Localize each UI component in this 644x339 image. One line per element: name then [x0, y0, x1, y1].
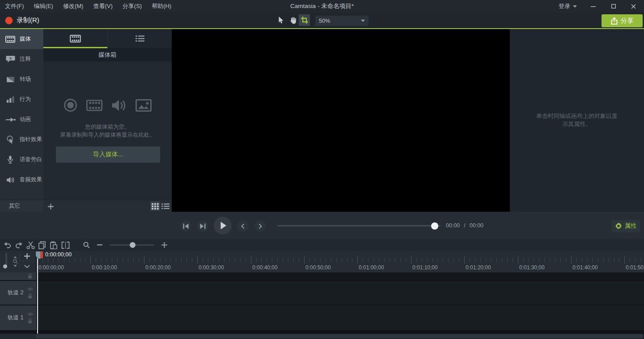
menu-share[interactable]: 分享(S): [118, 0, 147, 13]
close-button[interactable]: [626, 0, 640, 13]
playback-bar: 00:00 / 00:00 属性: [0, 212, 644, 239]
add-bin-button[interactable]: [47, 202, 55, 210]
time-display: 00:00 / 00:00: [446, 212, 483, 239]
lock-icon[interactable]: [28, 293, 32, 299]
record-icon: [64, 98, 77, 112]
timeline-scrollbar: [0, 334, 644, 339]
menu-edit[interactable]: 编辑(E): [29, 0, 58, 13]
sidebar-item-behaviors[interactable]: 行为: [0, 89, 43, 109]
sidebar-item-label: 指针效果: [20, 136, 42, 143]
ruler-label: 0:00:50;00: [305, 264, 331, 271]
media-panel-bottom-bar: [43, 200, 172, 212]
cut-button[interactable]: [25, 239, 36, 251]
lock-icon[interactable]: [28, 318, 32, 324]
close-icon: [631, 4, 636, 9]
previous-clip-button[interactable]: [237, 220, 249, 232]
sidebar-item-voice-narration[interactable]: 语音旁白: [0, 150, 43, 170]
step-back-button[interactable]: [180, 220, 191, 232]
more-label: 其它: [9, 202, 20, 210]
split-button[interactable]: [59, 239, 71, 251]
track-options-button[interactable]: [19, 261, 34, 271]
properties-button-label: 属性: [625, 222, 637, 230]
next-clip-button[interactable]: [254, 220, 266, 232]
grid-view-button[interactable]: [150, 201, 160, 211]
sidebar-item-cursor-effects[interactable]: 指针效果: [0, 130, 43, 150]
track-height-handle[interactable]: [3, 264, 7, 268]
undo-button[interactable]: [1, 239, 13, 251]
time-separator: /: [464, 222, 465, 229]
tab-media-bin[interactable]: [43, 29, 107, 48]
eye-icon[interactable]: [27, 312, 33, 316]
login-button[interactable]: 登录: [559, 0, 577, 13]
properties-button[interactable]: 属性: [611, 220, 640, 232]
copy-button[interactable]: [36, 239, 48, 251]
minimize-button[interactable]: [586, 0, 600, 13]
record-button[interactable]: 录制(R): [3, 13, 42, 28]
step-forward-icon: [200, 223, 206, 229]
paste-button[interactable]: [48, 239, 59, 251]
sidebar-item-animations[interactable]: 动画: [0, 109, 43, 130]
seek-slider-handle[interactable]: [431, 222, 438, 230]
sidebar-more-button[interactable]: 其它: [0, 200, 43, 212]
callout-icon: a: [5, 55, 16, 63]
scrollbar-thumb[interactable]: [36, 334, 643, 339]
pan-tool-button[interactable]: [287, 14, 298, 26]
ruler-label: 0:00:00;00: [38, 264, 64, 271]
canvas-zoom-select[interactable]: 50%: [315, 16, 369, 26]
maximize-button[interactable]: [606, 0, 621, 13]
menu-bar: 文件(F) 编辑(E) 修改(M) 查看(V) 分享(S) 帮助(H): [0, 0, 644, 13]
track-header[interactable]: 轨道 2: [0, 281, 36, 305]
timeline-ruler[interactable]: 0:00:00;00 0:00:10;00 0:00:20;00 0:00:30…: [36, 251, 644, 272]
zoom-out-button[interactable]: [97, 244, 102, 246]
redo-button[interactable]: [13, 239, 25, 251]
empty-state-line2: 屏幕录制和导入的媒体将显示在此处。: [43, 131, 172, 139]
playhead-marker[interactable]: [40, 251, 43, 258]
tab-clip-list[interactable]: [107, 29, 172, 48]
track-lane[interactable]: [36, 272, 644, 280]
sidebar-item-annotations[interactable]: a 注释: [0, 49, 43, 69]
caret-down-icon: [573, 5, 577, 8]
speaker-icon: [111, 99, 127, 112]
timeline-zoom-slider[interactable]: [110, 244, 154, 246]
step-forward-button[interactable]: [197, 220, 208, 232]
track-lane[interactable]: [36, 306, 644, 330]
menu-view[interactable]: 查看(V): [88, 0, 117, 13]
current-time: 00:00: [446, 222, 460, 229]
plus-icon: [48, 204, 54, 209]
playhead-line[interactable]: [37, 259, 38, 334]
list-icon: [136, 35, 144, 42]
timeline-zoom-handle[interactable]: [130, 242, 136, 248]
track-row: 轨道 1: [0, 306, 644, 330]
seek-slider[interactable]: [277, 225, 441, 226]
film-icon: [86, 100, 102, 111]
share-icon: [611, 17, 618, 25]
cursor-icon: [278, 17, 284, 24]
share-button[interactable]: 分享: [602, 14, 643, 27]
behavior-icon: [5, 96, 16, 103]
properties-hint: 单击时间轴或画布上的对象以显 示其属性。: [510, 112, 644, 128]
import-media-button[interactable]: 导入媒体...: [56, 146, 160, 163]
menu-modify[interactable]: 修改(M): [58, 0, 89, 13]
chevron-left-icon: [241, 223, 245, 229]
crop-tool-button[interactable]: [299, 14, 310, 26]
list-view-button[interactable]: [161, 201, 170, 211]
sidebar-item-transitions[interactable]: 转场: [0, 69, 43, 89]
sidebar-item-label: 媒体: [20, 35, 31, 43]
sidebar-item-label: 转场: [20, 75, 31, 83]
add-track-button[interactable]: [19, 251, 34, 261]
eye-icon[interactable]: [27, 287, 33, 291]
sidebar-item-media[interactable]: 媒体: [0, 29, 43, 49]
play-button[interactable]: [214, 217, 232, 234]
lock-icon[interactable]: [28, 273, 32, 279]
sidebar-item-audio-effects[interactable]: 音频效果: [0, 170, 43, 190]
total-time: 00:00: [470, 222, 483, 229]
canvas-stage[interactable]: [172, 29, 510, 212]
menu-help[interactable]: 帮助(H): [147, 0, 176, 13]
track-lane[interactable]: [36, 281, 644, 305]
select-tool-button[interactable]: [275, 14, 287, 26]
zoom-in-button[interactable]: [161, 242, 167, 248]
track-header[interactable]: 轨道 1: [0, 306, 36, 330]
track-header[interactable]: [0, 272, 36, 280]
menu-file[interactable]: 文件(F): [0, 0, 29, 13]
properties-hint-line1: 单击时间轴或画布上的对象以显: [510, 112, 644, 120]
